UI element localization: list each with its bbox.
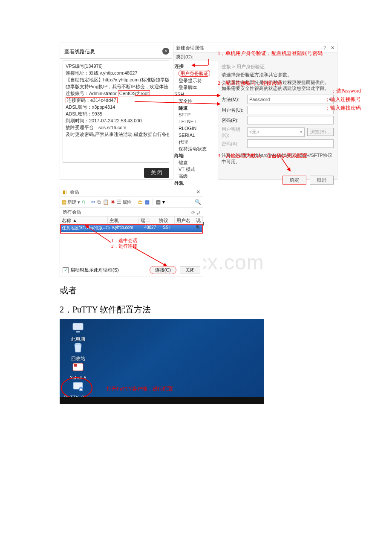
- tree-item[interactable]: 登录提示符: [174, 77, 217, 84]
- hint-text: 请选择身份验证方法和其它参数。: [222, 72, 334, 79]
- info-line: ADSL账号：x3ppp4314: [66, 104, 166, 110]
- vps-info-body: VPS编号[134976] 连接地址：双线 v.yhtip.com:48027 …: [63, 61, 169, 163]
- paste-icon[interactable]: 📋: [103, 199, 109, 205]
- session-pathbar: 所有会话 ⟳ ⇄: [60, 208, 203, 217]
- centos-root-highlight: CentOS为root: [118, 90, 150, 96]
- session-row[interactable]: 任意地区1G2H标准版--Centos… v.yhtip.com 48027 S…: [60, 225, 203, 232]
- tree-item[interactable]: 安全性: [174, 98, 217, 104]
- info-line: 到期时间：2017-07-24 22:53:43.000: [66, 117, 166, 124]
- fig2-ann2: 2，进行连接: [111, 243, 137, 249]
- username-input[interactable]: [247, 106, 334, 114]
- fig3-annotation: 打开PuTTY客户端，进行配置: [107, 385, 173, 393]
- breadcrumb: 连接 > 用户身份验证: [222, 63, 334, 72]
- svg-rect-9: [75, 343, 81, 345]
- password-input[interactable]: [247, 116, 334, 124]
- startup-label: 启动时显示此对话框(S): [70, 267, 119, 273]
- pass-label: 密码(P):: [222, 117, 245, 124]
- cut-icon[interactable]: ✂: [91, 199, 95, 205]
- tree-auth[interactable]: 用户身份验证: [179, 70, 210, 77]
- info-line: 【自助指定地区】http://x.yhtip.com (标准版独享版可用): [66, 76, 166, 83]
- tree-appearance[interactable]: 外观: [174, 179, 217, 186]
- info-line: ADSL密码：9935: [66, 110, 166, 117]
- col-proto: 协议: [157, 217, 175, 224]
- tree-item[interactable]: RLOGIN: [174, 125, 217, 132]
- tree-item[interactable]: SFTP: [174, 111, 217, 118]
- close-button[interactable]: 关闭: [180, 266, 200, 274]
- tree-terminal[interactable]: 终端: [174, 152, 217, 159]
- session-dialog: ◧ 会话 ✕ ▤新建▾ ⎙ ✂ ⧉ 📋 ✖ ☰属性 🗀 ▦ ▤▾ 🔍: [60, 187, 203, 277]
- tree-item[interactable]: 保持活动状态: [174, 145, 217, 152]
- body-text-or: 或者: [60, 285, 392, 296]
- startup-checkbox[interactable]: ✓: [63, 267, 69, 273]
- auth-panel: 连接 > 用户身份验证 请选择身份验证方法和其它参数。 会话属性中此部分是为了登…: [218, 61, 337, 187]
- tree-item[interactable]: VT 模式: [174, 166, 217, 173]
- close-icon[interactable]: ×: [162, 48, 169, 55]
- new-session-dialog: 新建会话属性 ? ✕ 类别(C): 连接 用户身份验证 登录提示符 登录脚本 S…: [173, 43, 337, 179]
- key-select: <无>▾: [247, 127, 305, 137]
- desktop-icon-xshell[interactable]: Xshell 5: [63, 361, 93, 380]
- svg-rect-8: [76, 331, 80, 332]
- tree-connection[interactable]: 连接: [174, 63, 217, 69]
- list-icon[interactable]: ▤: [156, 199, 161, 205]
- category-tree[interactable]: 连接 用户身份验证 登录提示符 登录脚本 SSH 安全性 隧道 SFTP TEL…: [173, 61, 218, 187]
- tree-item[interactable]: 登录脚本: [174, 84, 217, 91]
- keypass-input: [247, 139, 334, 148]
- properties-button[interactable]: ☰属性: [117, 199, 132, 205]
- composite-figure-1: 查看线路信息 × VPS编号[134976] 连接地址：双线 v.yhtip.c…: [60, 43, 337, 180]
- connect-button[interactable]: 连接(C): [150, 266, 176, 274]
- chevron-down-icon: ▾: [329, 97, 331, 102]
- col-host: 主机: [108, 217, 139, 224]
- method-select[interactable]: Password▾: [247, 95, 334, 104]
- info-line-account: 连接账号：Administrator CentOS为root: [66, 90, 166, 97]
- col-desc: 说明: [194, 217, 203, 224]
- auth-note: 注释: 公钥和Keyboard Interactive仅在SSH/SFTP协议中…: [222, 152, 334, 165]
- svg-rect-12: [74, 364, 77, 367]
- tree-item[interactable]: SERIAL: [174, 132, 217, 139]
- vps-info-window: 查看线路信息 × VPS编号[134976] 连接地址：双线 v.yhtip.c…: [60, 43, 172, 179]
- search-icon[interactable]: 🔍: [195, 199, 201, 205]
- info-line: 故障受理平台：sos.sr16.com: [66, 124, 166, 131]
- session-list-header: 名称 ▲ 主机 端口 协议 用户名 说明: [60, 217, 203, 225]
- delete-icon[interactable]: ✖: [111, 199, 115, 205]
- close-icon[interactable]: ✕: [331, 43, 334, 52]
- tree-item[interactable]: 键盘: [174, 159, 217, 166]
- info-line-password: 连接密码：e314c4dd47: [66, 97, 166, 104]
- info-line: VPS编号[134976]: [66, 63, 166, 69]
- new-button[interactable]: ▤新建▾: [62, 199, 80, 205]
- info-line: 连接地址：双线 v.yhtip.com:48027: [66, 69, 166, 76]
- svg-rect-7: [73, 323, 83, 330]
- desktop-icon-recycle[interactable]: 回收站: [63, 341, 93, 362]
- session-toolbar: ▤新建▾ ⎙ ✂ ⧉ 📋 ✖ ☰属性 🗀 ▦ ▤▾ 🔍: [60, 197, 203, 208]
- tree-item[interactable]: TELNET: [174, 118, 217, 125]
- ok-button[interactable]: 确定: [282, 176, 306, 185]
- folder-icon[interactable]: 🗀: [138, 199, 143, 205]
- dialog-title: 新建会话属性: [176, 45, 204, 50]
- keypass-label: 密码(A):: [222, 141, 245, 147]
- desktop-icon-pc[interactable]: 此电脑: [63, 321, 93, 342]
- path-icons[interactable]: ⟳ ⇄: [191, 208, 200, 217]
- category-label: 类别(C):: [173, 53, 337, 61]
- browse-button: 浏览(B)…: [307, 128, 334, 136]
- close-icon[interactable]: ✕: [196, 187, 200, 197]
- svg-line-6: [133, 247, 167, 266]
- help-icon[interactable]: ?: [323, 43, 326, 52]
- col-user: 用户名: [175, 217, 195, 224]
- col-port: 端口: [139, 217, 157, 224]
- view-icon[interactable]: ▦: [145, 199, 150, 205]
- tree-ssh[interactable]: SSH: [174, 91, 217, 98]
- close-button[interactable]: 关 闭: [144, 168, 169, 178]
- hint-text: 会话属性中此部分是为了登录过程更便捷而提供的。如果需要安全性很高的状态的话建议您…: [222, 79, 334, 93]
- session-titlebar: ◧ 会话 ✕: [60, 187, 203, 197]
- cancel-button[interactable]: 取消: [310, 176, 334, 185]
- copy-icon[interactable]: ⧉: [97, 199, 101, 205]
- tree-item[interactable]: 高级: [174, 173, 217, 179]
- desktop-icon-putty[interactable]: PuTTY_0.6...: [63, 380, 93, 400]
- tree-item[interactable]: 代理: [174, 139, 217, 145]
- col-name: 名称 ▲: [60, 217, 108, 224]
- key-label: 用户密钥(K):: [222, 126, 245, 138]
- toolbar-icon[interactable]: ⎙: [82, 199, 85, 205]
- session-title: 会话: [70, 189, 79, 194]
- vps-info-title: 查看线路信息: [64, 49, 95, 55]
- info-line: 及时更改密码,严禁从事违法活动,磁盘数据自行备份!: [66, 131, 166, 138]
- tree-tunnel[interactable]: 隧道: [174, 104, 217, 111]
